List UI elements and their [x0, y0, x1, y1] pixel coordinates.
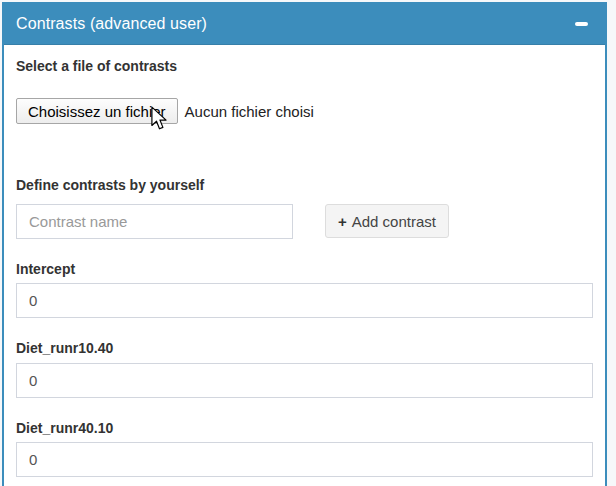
- contrast-field: Diet_runr10.40: [16, 341, 593, 397]
- file-status-text: Aucun fichier choisi: [185, 103, 314, 120]
- minus-icon: [575, 22, 588, 26]
- add-contrast-label: Add contrast: [352, 213, 436, 230]
- contrasts-panel: Contrasts (advanced user) Select a file …: [2, 2, 607, 486]
- panel-title: Contrasts (advanced user): [16, 15, 569, 33]
- choose-file-button[interactable]: Choisissez un fichier: [16, 98, 178, 124]
- contrast-field-label: Diet_runr10.40: [16, 341, 593, 356]
- contrast-field-label: Intercept: [16, 262, 593, 277]
- define-contrasts-row: + Add contrast: [16, 204, 593, 239]
- file-input-group: Choisissez un fichier Aucun fichier choi…: [16, 98, 593, 124]
- contrast-field: Diet_runr40.10: [16, 421, 593, 477]
- panel-header[interactable]: Contrasts (advanced user): [4, 4, 605, 45]
- contrast-field-input[interactable]: [16, 442, 593, 477]
- collapse-button[interactable]: [569, 12, 593, 36]
- define-contrasts-label: Define contrasts by yourself: [16, 178, 593, 193]
- add-contrast-button[interactable]: + Add contrast: [325, 204, 449, 238]
- contrast-field-label: Diet_runr40.10: [16, 421, 593, 436]
- contrast-name-input[interactable]: [16, 204, 293, 239]
- file-input-label: Select a file of contrasts: [16, 59, 593, 74]
- panel-body: Select a file of contrasts Choisissez un…: [4, 45, 605, 486]
- plus-icon: +: [338, 213, 347, 230]
- contrast-field-input[interactable]: [16, 363, 593, 398]
- contrast-field: Intercept: [16, 262, 593, 318]
- contrast-field-input[interactable]: [16, 283, 593, 318]
- contrast-fields-list: Intercept Diet_runr10.40 Diet_runr40.10: [16, 262, 593, 477]
